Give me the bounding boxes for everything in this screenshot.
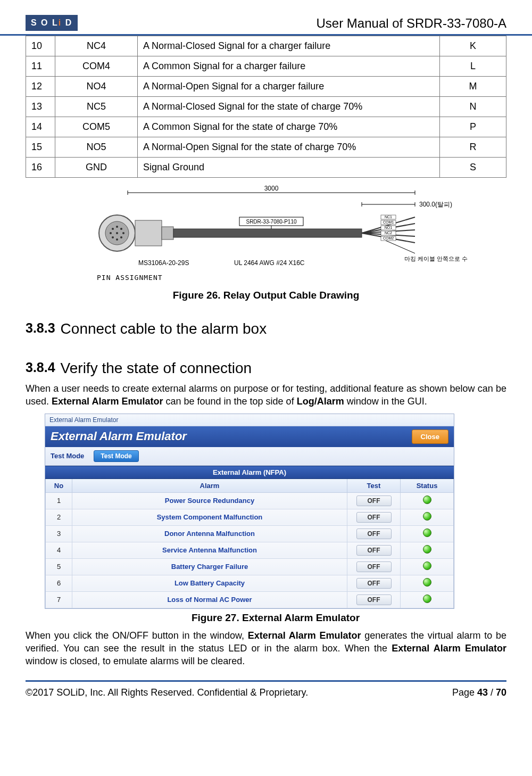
- alarm-row: 4Service Antenna MalfunctionOFF: [46, 542, 454, 558]
- alarm-name: Battery Charger Failure: [72, 558, 347, 575]
- alarm-off-button[interactable]: OFF: [356, 529, 392, 539]
- alarm-off-button[interactable]: OFF: [356, 578, 392, 589]
- close-button[interactable]: Close: [412, 430, 448, 444]
- pin-assignment-label: PIN ASSIGNMENT: [97, 274, 163, 282]
- svg-rect-18: [162, 227, 173, 240]
- svg-point-11: [110, 232, 112, 234]
- solid-logo: S O Li D: [26, 15, 78, 31]
- section-3-8-4: 3.8.4 Verify the state of connection: [26, 360, 506, 377]
- pin-letter: S: [440, 158, 506, 178]
- svg-text:NO1: NO1: [385, 226, 393, 229]
- svg-point-13: [122, 232, 124, 234]
- alarm-row: 7Loss of Normal AC PowerOFF: [46, 591, 454, 608]
- pin-desc: A Common Signal for a charger failure: [138, 56, 440, 77]
- pin-letter: M: [440, 77, 506, 97]
- pin-name: COM5: [55, 117, 138, 137]
- alarm-status-cell: [401, 558, 454, 575]
- status-led-icon: [423, 512, 431, 521]
- pin-num: 11: [26, 56, 55, 77]
- alarm-status-cell: [401, 509, 454, 525]
- alarm-test-cell: OFF: [347, 509, 401, 525]
- alarm-status-cell: [401, 542, 454, 558]
- svg-point-15: [120, 236, 122, 238]
- svg-rect-17: [135, 220, 162, 246]
- svg-point-10: [120, 228, 122, 230]
- alarm-name: Power Source Redundancy: [72, 492, 347, 509]
- section-3-8-3: 3.8.3 Connect cable to the alarm box: [26, 320, 506, 337]
- svg-line-37: [386, 241, 415, 253]
- alarm-no: 7: [46, 591, 72, 608]
- status-led-icon: [423, 529, 431, 537]
- test-mode-row: Test Mode Test Mode: [45, 447, 454, 466]
- col-status: Status: [401, 479, 454, 493]
- marking-note: 마킹 케이블 안쪽으로 수축: [404, 255, 468, 262]
- alarm-name: Low Battery Capacity: [72, 575, 347, 591]
- svg-text:COM1: COM1: [383, 220, 394, 224]
- page-header: S O Li D User Manual of SRDR-33-7080-A: [0, 0, 532, 36]
- gui-banner-title: External Alarm Emulator: [51, 430, 187, 443]
- cable-figure: 3000 300.0(탈피) S: [26, 185, 506, 301]
- cable-spec: UL 2464 AWG #24 X16C: [234, 259, 305, 267]
- pin-num: 13: [26, 97, 55, 117]
- pin-num: 14: [26, 117, 55, 137]
- alarm-off-button[interactable]: OFF: [356, 595, 392, 605]
- pin-letter: R: [440, 137, 506, 158]
- pin-letter: N: [440, 97, 506, 117]
- alarm-no: 5: [46, 558, 72, 575]
- alarm-row: 5Battery Charger FailureOFF: [46, 558, 454, 575]
- pin-desc: Signal Ground: [138, 158, 440, 178]
- external-alarm-section-header: External Alarm (NFPA): [45, 466, 454, 479]
- section-3-8-3-num: 3.8.3: [26, 320, 55, 337]
- svg-point-8: [116, 226, 118, 228]
- svg-text:COM2: COM2: [383, 236, 394, 240]
- section-3-8-4-num: 3.8.4: [26, 360, 55, 377]
- status-led-icon: [423, 578, 431, 587]
- alarm-row: 6Low Battery CapacityOFF: [46, 575, 454, 591]
- table-row: 11COM4A Common Signal for a charger fail…: [26, 56, 506, 77]
- alarm-no: 1: [46, 492, 72, 509]
- svg-point-14: [112, 236, 114, 238]
- pin-desc: A Common Signal for the state of charge …: [138, 117, 440, 137]
- alarm-name: Donor Antenna Malfunction: [72, 525, 347, 542]
- logo-text-b: D: [62, 18, 72, 27]
- col-test: Test: [347, 479, 401, 493]
- connector-spec: MS3106A-20-29S: [138, 259, 189, 267]
- part-label: SRDR-33-7080-P110: [246, 219, 296, 225]
- alarm-off-button[interactable]: OFF: [356, 496, 392, 506]
- table-row: 16GNDSignal GroundS: [26, 158, 506, 178]
- test-mode-button[interactable]: Test Mode: [94, 450, 138, 462]
- alarm-off-button[interactable]: OFF: [356, 562, 392, 572]
- pin-table: 10NC4A Normal-Closed Signal for a charge…: [26, 36, 506, 178]
- pin-letter: K: [440, 36, 506, 56]
- pin-name: NC5: [55, 97, 138, 117]
- table-row: 10NC4A Normal-Closed Signal for a charge…: [26, 36, 506, 56]
- table-row: 12NO4A Normal-Open Signal for a charger …: [26, 77, 506, 97]
- alarm-status-cell: [401, 492, 454, 509]
- table-row: 14COM5A Common Signal for the state of c…: [26, 117, 506, 137]
- svg-text:NC1: NC1: [385, 215, 392, 219]
- logo-text-a: S O L: [31, 18, 59, 27]
- doc-title: User Manual of SRDR-33-7080-A: [317, 16, 506, 31]
- alarm-test-cell: OFF: [347, 591, 401, 608]
- footer-page: Page 43 / 70: [452, 687, 506, 698]
- page-footer: ©2017 SOLiD, Inc. All Rights Reserved. C…: [0, 682, 532, 698]
- cable-drawing-svg: 3000 300.0(탈피) S: [64, 185, 468, 286]
- figure-26-caption: Figure 26. Relay Output Cable Drawing: [26, 290, 506, 301]
- svg-rect-19: [173, 229, 362, 237]
- pin-desc: A Normal-Open Signal for a charger failu…: [138, 77, 440, 97]
- svg-point-12: [116, 232, 118, 234]
- alarm-off-button[interactable]: OFF: [356, 545, 392, 556]
- section-3-8-4-after: When you click the ON/OFF button in the …: [26, 629, 506, 668]
- alarm-row: 2System Component MalfunctionOFF: [46, 509, 454, 525]
- table-row: 15NO5A Normal-Open Signal for the state …: [26, 137, 506, 158]
- external-alarm-emulator-window: External Alarm Emulator External Alarm E…: [45, 414, 454, 609]
- alarm-status-cell: [401, 591, 454, 608]
- pin-desc: A Normal-Open Signal for the state of ch…: [138, 137, 440, 158]
- pin-num: 15: [26, 137, 55, 158]
- alarm-off-button[interactable]: OFF: [356, 512, 392, 523]
- alarm-test-cell: OFF: [347, 575, 401, 591]
- alarm-test-cell: OFF: [347, 542, 401, 558]
- footer-copyright: ©2017 SOLiD, Inc. All Rights Reserved. C…: [26, 687, 308, 698]
- col-alarm: Alarm: [72, 479, 347, 493]
- alarm-table: No Alarm Test Status 1Power Source Redun…: [45, 479, 454, 608]
